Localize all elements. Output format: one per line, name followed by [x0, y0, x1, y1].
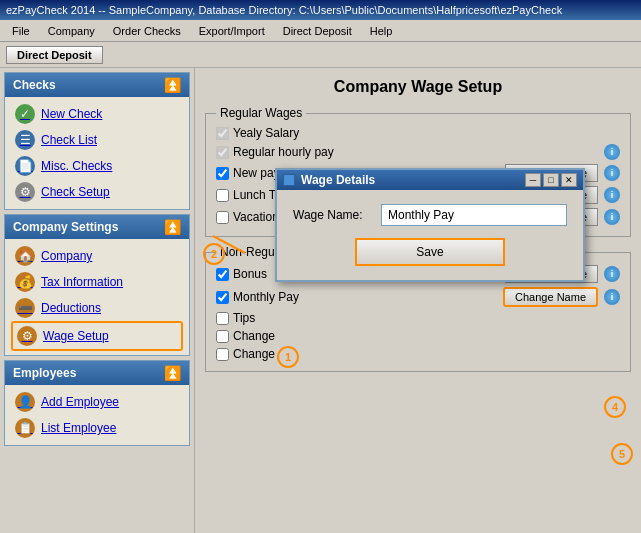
modal-save-btn[interactable]: Save [355, 238, 505, 266]
tips-checkbox[interactable] [216, 312, 229, 325]
main-layout: Checks ⏫ ✓ New Check ☰ Check List 📄 Misc… [0, 68, 641, 533]
monthly-pay-checkbox[interactable] [216, 291, 229, 304]
sidebar: Checks ⏫ ✓ New Check ☰ Check List 📄 Misc… [0, 68, 195, 533]
yealy-salary-checkbox[interactable] [216, 127, 229, 140]
sidebar-item-check-setup[interactable]: ⚙ Check Setup [11, 179, 183, 205]
yealy-salary-label: Yealy Salary [233, 126, 299, 140]
annotation-5: 5 [611, 443, 633, 465]
sidebar-item-new-check[interactable]: ✓ New Check [11, 101, 183, 127]
employees-items: 👤 Add Employee 📋 List Employee [5, 385, 189, 445]
regular-hourly-label: Regular hourly pay [233, 145, 334, 159]
menu-order-checks[interactable]: Order Checks [105, 23, 189, 39]
vacation-checkbox[interactable] [216, 211, 229, 224]
company-label: Company [41, 249, 92, 263]
menu-export-import[interactable]: Export/Import [191, 23, 273, 39]
sidebar-section-employees: Employees ⏫ 👤 Add Employee 📋 List Employ… [4, 360, 190, 446]
wage-row-tips: Tips [216, 311, 620, 325]
wage-row-yealy-salary: Yealy Salary [216, 126, 620, 140]
sidebar-item-tax-information[interactable]: 💰 Tax Information [11, 269, 183, 295]
wage-row-regular-hourly: Regular hourly pay i [216, 144, 620, 160]
sidebar-section-company-settings: Company Settings ⏫ 🏠 Company 💰 Tax Infor… [4, 214, 190, 356]
add-employee-icon: 👤 [15, 392, 35, 412]
modal-minimize-btn[interactable]: ─ [525, 173, 541, 187]
check-list-label: Check List [41, 133, 97, 147]
check-setup-icon: ⚙ [15, 182, 35, 202]
modal-field-label: Wage Name: [293, 208, 373, 222]
change2-checkbox[interactable] [216, 348, 229, 361]
tax-information-label: Tax Information [41, 275, 123, 289]
wage-setup-icon: ⚙ [17, 326, 37, 346]
wage-row-monthly-pay: Monthly Pay Change Name i [216, 287, 620, 307]
tips-label: Tips [233, 311, 255, 325]
sidebar-item-wage-setup[interactable]: ⚙ Wage Setup [11, 321, 183, 351]
regular-hourly-checkbox[interactable] [216, 146, 229, 159]
modal-close-btn[interactable]: ✕ [561, 173, 577, 187]
new-payrate-checkbox[interactable] [216, 167, 229, 180]
employees-title: Employees [13, 366, 76, 380]
lunch-time-info-icon[interactable]: i [604, 187, 620, 203]
list-employee-label: List Employee [41, 421, 116, 435]
checks-section-title: Checks [13, 78, 56, 92]
employees-collapse-icon[interactable]: ⏫ [164, 365, 181, 381]
bonus-checkbox[interactable] [216, 268, 229, 281]
company-icon: 🏠 [15, 246, 35, 266]
toolbar: Direct Deposit [0, 42, 641, 68]
regular-wages-title: Regular Wages [216, 106, 306, 120]
monthly-pay-label: Monthly Pay [233, 290, 299, 304]
sidebar-item-deductions[interactable]: ➖ Deductions [11, 295, 183, 321]
add-employee-label: Add Employee [41, 395, 119, 409]
modal-title-text: Wage Details [301, 173, 375, 187]
modal-body: Wage Name: Save [277, 190, 583, 280]
menu-company[interactable]: Company [40, 23, 103, 39]
list-employee-icon: 📋 [15, 418, 35, 438]
sidebar-item-company[interactable]: 🏠 Company [11, 243, 183, 269]
wage-setup-label: Wage Setup [43, 329, 109, 343]
checks-section-header[interactable]: Checks ⏫ [5, 73, 189, 97]
page-title: Company Wage Setup [205, 78, 631, 96]
regular-hourly-info-icon[interactable]: i [604, 144, 620, 160]
company-settings-header[interactable]: Company Settings ⏫ [5, 215, 189, 239]
wage-row-change1: Change [216, 329, 620, 343]
employees-header[interactable]: Employees ⏫ [5, 361, 189, 385]
modal-controls: ─ □ ✕ [525, 173, 577, 187]
bonus-label: Bonus [233, 267, 267, 281]
bonus-info-icon[interactable]: i [604, 266, 620, 282]
company-settings-items: 🏠 Company 💰 Tax Information ➖ Deductions… [5, 239, 189, 355]
change1-label: Change [233, 329, 275, 343]
change1-checkbox[interactable] [216, 330, 229, 343]
wage-row-change2: Change [216, 347, 620, 361]
misc-checks-label: Misc. Checks [41, 159, 112, 173]
new-payrate-info-icon[interactable]: i [604, 165, 620, 181]
title-text: ezPayCheck 2014 -- SampleCompany, Databa… [6, 4, 562, 16]
menu-help[interactable]: Help [362, 23, 401, 39]
sidebar-item-add-employee[interactable]: 👤 Add Employee [11, 389, 183, 415]
company-settings-collapse-icon[interactable]: ⏫ [164, 219, 181, 235]
modal-title-bar: Wage Details ─ □ ✕ [277, 170, 583, 190]
checks-collapse-icon[interactable]: ⏫ [164, 77, 181, 93]
modal-field-row: Wage Name: [293, 204, 567, 226]
direct-deposit-toolbar-btn[interactable]: Direct Deposit [6, 46, 103, 64]
deductions-label: Deductions [41, 301, 101, 315]
sidebar-section-checks: Checks ⏫ ✓ New Check ☰ Check List 📄 Misc… [4, 72, 190, 210]
wage-name-input[interactable] [381, 204, 567, 226]
checks-items: ✓ New Check ☰ Check List 📄 Misc. Checks … [5, 97, 189, 209]
monthly-pay-info-icon[interactable]: i [604, 289, 620, 305]
modal-maximize-btn[interactable]: □ [543, 173, 559, 187]
new-check-icon: ✓ [15, 104, 35, 124]
sidebar-item-misc-checks[interactable]: 📄 Misc. Checks [11, 153, 183, 179]
check-setup-label: Check Setup [41, 185, 110, 199]
menu-bar: File Company Order Checks Export/Import … [0, 20, 641, 42]
deductions-icon: ➖ [15, 298, 35, 318]
menu-file[interactable]: File [4, 23, 38, 39]
wage-details-modal: Wage Details ─ □ ✕ Wage Name: Save [275, 168, 585, 282]
lunch-time-checkbox[interactable] [216, 189, 229, 202]
change2-label: Change [233, 347, 275, 361]
monthly-pay-change-btn[interactable]: Change Name [503, 287, 598, 307]
vacation-info-icon[interactable]: i [604, 209, 620, 225]
tax-icon: 💰 [15, 272, 35, 292]
menu-direct-deposit[interactable]: Direct Deposit [275, 23, 360, 39]
sidebar-item-list-employee[interactable]: 📋 List Employee [11, 415, 183, 441]
title-bar: ezPayCheck 2014 -- SampleCompany, Databa… [0, 0, 641, 20]
sidebar-item-check-list[interactable]: ☰ Check List [11, 127, 183, 153]
modal-title-icon [283, 174, 295, 186]
